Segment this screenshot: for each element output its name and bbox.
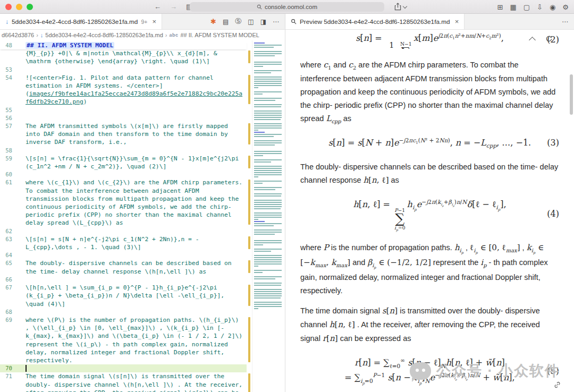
tab-dirty-badge: 9+ [141,19,147,25]
modified-mark [248,285,250,306]
editor-line[interactable]: 71The time domain signal \(s[n]\) is tra… [0,372,247,392]
tab-preview[interactable]: Preview 5dde3034-e4e2-4ccd-8df6-12850263… [285,14,465,29]
close-tab-icon[interactable]: × [455,18,459,25]
editor-line[interactable]: 64 [0,251,247,259]
workbench: ↓ 5dde3034-e4e2-4ccd-8df6-12850263e1fa.m… [0,14,574,392]
line-number: 70 [0,364,19,372]
maximize-window-button[interactable] [27,4,33,10]
line-text [19,171,247,178]
settings-gear-icon[interactable]: ⚙ [562,3,569,11]
editor-line[interactable]: 54![<center>Fig. 1. Pilot and data patte… [0,74,247,106]
equation-number: (3) [547,136,559,151]
tab-markdown-file[interactable]: ↓ 5dde3034-e4e2-4ccd-8df6-12850263e1fa.m… [0,14,162,29]
line-number: 63 [0,235,19,251]
notebook-icon[interactable]: ▤ [223,18,229,25]
open-preview-icon[interactable]: ◨ [260,18,266,25]
modified-mark [248,123,250,144]
editor-line[interactable]: 70 [0,364,247,372]
minimap[interactable] [252,40,285,392]
modified-mark [248,75,250,104]
share-icon[interactable] [394,3,401,11]
line-number: 65 [0,259,19,275]
breadcrumb-symbol[interactable]: ## II. AFDM SYSTEM MODEL [180,32,259,38]
run-icon[interactable]: ✱ [210,18,216,25]
line-text [19,308,247,316]
editor-line[interactable]: 65The doubly- dispersive channels can be… [0,259,247,275]
breadcrumb-folder[interactable]: d6642d3876 [2,32,34,38]
line-number: 48 [0,41,19,49]
editor-line[interactable]: 68 [0,308,247,316]
split-editor-icon[interactable]: ◫ [248,18,254,25]
editor-line[interactable]: {M}_{p}} +0|\ & m|notin \mathcal{M}_{p}\… [0,49,247,65]
editor-line[interactable]: 61where \(c_{1}\) and \(c_{2}\) are the … [0,178,247,227]
editor-line[interactable]: 66 [0,276,247,284]
panes-icon[interactable]: ▦ [510,3,517,11]
preview-content: s[n] = 1√NN−1∑m=0x[m]ej2π(c1n²+nm/N+c2m²… [285,30,574,392]
line-number: 54 [0,74,19,106]
more-actions-icon[interactable]: ⋯ [562,18,568,25]
line-number: 64 [0,251,19,259]
editor-line[interactable]: 53 [0,66,247,74]
editor-line[interactable]: 67\[h[n,\ell ] = \sum_{i_p = 0}^{P - 1}h… [0,284,247,308]
tab-title: Preview 5dde3034-e4e2-4ccd-8df6-12850263… [300,18,450,25]
line-text: ## II. AFDM SYSTEM MODEL [19,41,247,49]
refresh-icon[interactable] [545,35,553,42]
modified-mark [248,156,250,168]
modified-mark [248,180,250,225]
markdown-preview[interactable]: s[n] = 1√NN−1∑m=0x[m]ej2π(c1n²+nm/N+c2m²… [285,30,574,392]
preview-actions: ⋯ [556,14,574,29]
line-number: 62 [0,227,19,235]
chevron-down-icon[interactable] [403,4,407,8]
browser-window: ← → ▤ console.oomol.com ⊞ ▦ ▢ ⇩ ◉ ⚙ ↓ [0,0,574,392]
link-icon[interactable] [553,381,561,389]
grid-icon[interactable]: ⊞ [497,3,503,11]
minimize-window-button[interactable] [16,4,22,10]
close-tab-icon[interactable]: × [152,18,156,25]
more-actions-icon[interactable]: ⋯ [273,18,279,25]
line-text [19,114,247,122]
collapse-icon[interactable] [529,37,536,44]
line-number: 59 [0,155,19,171]
address-bar[interactable]: console.oomol.com [190,2,384,12]
preview-paragraph: where P is the number of propagation pat… [300,241,559,297]
account-icon[interactable]: ◉ [550,3,555,11]
preview-scrollbar[interactable] [570,74,573,115]
forward-icon[interactable]: → [170,3,177,11]
editor-line[interactable]: 59\[s[n] = \frac{1}{\sqrt{N}}\sum_{m = 0… [0,155,247,171]
browser-nav: ← → ▤ [154,3,192,11]
line-number: 58 [0,147,19,155]
editor-line[interactable]: 62 [0,227,247,235]
line-number: 60 [0,171,19,178]
preview-tabbar: Preview 5dde3034-e4e2-4ccd-8df6-12850263… [285,14,574,30]
markdown-file-icon: ↓ [40,32,44,38]
editor-line[interactable]: 48## II. AFDM SYSTEM MODEL [0,41,247,49]
line-text [19,106,247,114]
symbol-string-icon: abc [169,32,178,38]
editor-line[interactable]: 60 [0,171,247,178]
breadcrumb: d6642d3876 › ↓ 5dde3034-e4e2-4ccd-8df6-1… [0,30,285,40]
close-window-button[interactable] [5,4,12,10]
window-icon[interactable]: ▢ [524,3,530,11]
breadcrumb-file[interactable]: 5dde3034-e4e2-4ccd-8df6-12850263e1fa.md [45,32,163,38]
editor-line[interactable]: 69where \(P\) is the number of propagati… [0,316,247,364]
watermark-text: 公众号 · 小众软件 [436,361,560,380]
search-icon [257,4,262,10]
preview-equation: s[n] = s[N + n]e−j2πc1(N² + 2Nn), n = −L… [300,135,559,151]
modified-mark [248,373,250,392]
line-number: 56 [0,114,19,122]
line-number: 69 [0,316,19,364]
line-text: The AFDM transmitted symbols \(x[m]\) ar… [19,122,247,147]
line-number: 67 [0,284,19,308]
editor-line[interactable]: 57The AFDM transmitted symbols \(x[m]\) … [0,122,247,147]
editor-lines: 48## II. AFDM SYSTEM MODEL{M}_{p}} +0|\ … [0,40,247,392]
editor[interactable]: 48## II. AFDM SYSTEM MODEL{M}_{p}} +0|\ … [0,40,285,392]
download-icon[interactable]: ⇩ [537,3,543,11]
stamp-icon[interactable]: Ⓢ [235,17,241,26]
editor-line[interactable]: 58 [0,147,247,155]
back-icon[interactable]: ← [154,3,161,11]
editor-line[interactable]: 55 [0,106,247,114]
preview-paragraph: The doubly- dispersive channels can be d… [300,160,559,188]
modified-mark [248,317,250,362]
editor-line[interactable]: 56 [0,114,247,122]
editor-line[interactable]: 63\[s[n] = s[N + n]e^{-j2\pi c_1(N^2 + 2… [0,235,247,251]
